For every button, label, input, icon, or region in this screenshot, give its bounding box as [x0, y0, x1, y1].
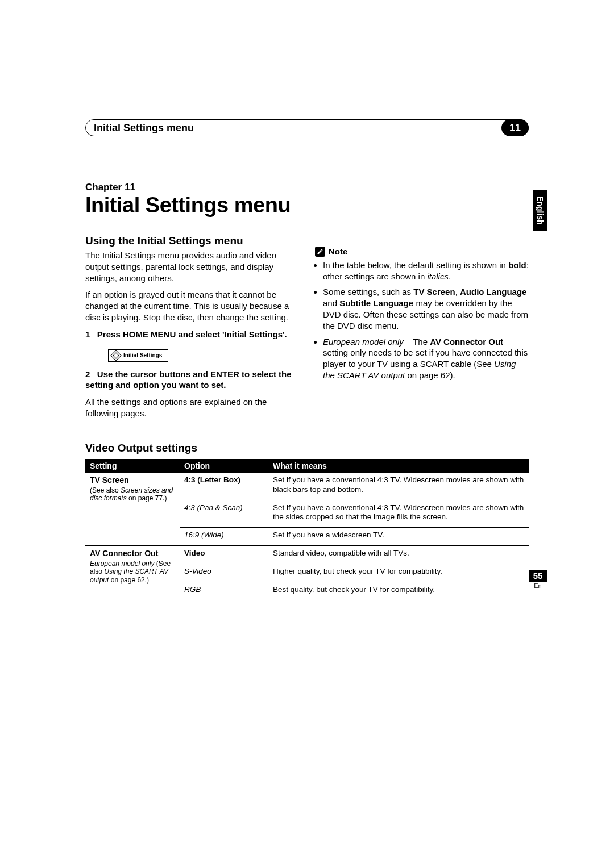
osd-initial-settings-box: Initial Settings [108, 349, 168, 362]
chapter-label: Chapter 11 [85, 182, 529, 193]
two-column-layout: Using the Initial Settings menu The Init… [85, 233, 529, 425]
note-heading: Note [315, 246, 529, 257]
settings-icon [110, 350, 122, 361]
osd-label: Initial Settings [123, 352, 162, 359]
pencil-icon [315, 247, 325, 257]
col-meaning: What it means [268, 459, 529, 473]
page-title: Initial Settings menu [85, 193, 529, 218]
setting-tv-screen: TV Screen (See also Screen sizes and dis… [85, 473, 180, 546]
col-option: Option [180, 459, 268, 473]
step-2-number: 2 [85, 369, 90, 379]
intro-paragraph-2: If an option is grayed out it means that… [85, 289, 299, 323]
setting-av-connector: AV Connector Out European model only (Se… [85, 546, 180, 600]
option-cell: S-Video [180, 564, 268, 582]
section-heading-using: Using the Initial Settings menu [85, 233, 299, 248]
left-column: Using the Initial Settings menu The Init… [85, 233, 299, 425]
step-1-number: 1 [85, 329, 90, 339]
running-title: Initial Settings menu [94, 122, 194, 134]
section-heading-video-output: Video Output settings [85, 442, 529, 454]
note-item-3: European model only – The AV Connector O… [323, 336, 529, 381]
meaning-cell: Set if you have a conventional 4:3 TV. W… [268, 473, 529, 500]
step-1: 1 Press HOME MENU and select 'Initial Se… [85, 329, 299, 340]
table-row: AV Connector Out European model only (Se… [85, 546, 529, 564]
meaning-cell: Best quality, but check your TV for comp… [268, 582, 529, 600]
language-tab: English [533, 190, 547, 231]
option-cell: 4:3 (Letter Box) [180, 473, 268, 500]
meaning-cell: Set if you have a widescreen TV. [268, 528, 529, 546]
page-lang: En [529, 582, 547, 589]
header-pill: Initial Settings menu 11 [85, 119, 529, 136]
page-number: 55 [529, 570, 547, 582]
chapter-number-badge: 11 [501, 119, 529, 136]
option-cell: 16:9 (Wide) [180, 528, 268, 546]
option-cell: 4:3 (Pan & Scan) [180, 500, 268, 528]
meaning-cell: Standard video, compatible with all TVs. [268, 546, 529, 564]
option-cell: Video [180, 546, 268, 564]
step-2-followup: All the settings and options are explain… [85, 397, 299, 419]
page-footer: 55 En [529, 570, 547, 589]
note-item-1: In the table below, the default setting … [323, 260, 529, 282]
table-header-row: Setting Option What it means [85, 459, 529, 473]
video-output-section: Video Output settings Setting Option Wha… [85, 442, 529, 600]
intro-paragraph-1: The Initial Settings menu provides audio… [85, 250, 299, 283]
note-label: Note [329, 246, 347, 257]
col-setting: Setting [85, 459, 180, 473]
step-1-text: Press HOME MENU and select 'Initial Sett… [97, 329, 287, 339]
note-item-2: Some settings, such as TV Screen, Audio … [323, 286, 529, 331]
option-cell: RGB [180, 582, 268, 600]
meaning-cell: Higher quality, but check your TV for co… [268, 564, 529, 582]
right-column: Note In the table below, the default set… [315, 233, 529, 425]
video-output-table: Setting Option What it means TV Screen (… [85, 459, 529, 600]
table-row: TV Screen (See also Screen sizes and dis… [85, 473, 529, 500]
running-header: Initial Settings menu 11 [85, 119, 529, 136]
meaning-cell: Set if you have a conventional 4:3 TV. W… [268, 500, 529, 528]
note-list: In the table below, the default setting … [315, 260, 529, 381]
manual-page: Initial Settings menu 11 English Chapter… [0, 0, 614, 635]
step-2: 2 Use the cursor buttons and ENTER to se… [85, 369, 299, 391]
step-2-text: Use the cursor buttons and ENTER to sele… [85, 369, 292, 390]
